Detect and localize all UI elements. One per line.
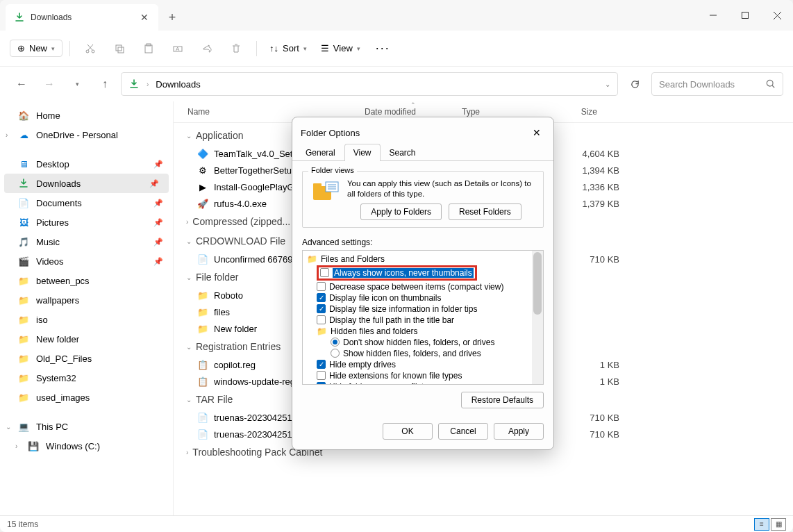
sidebar: 🏠 Home › ☁ OneDrive - Personal 🖥 Desktop… bbox=[0, 101, 174, 515]
sidebar-item-iso[interactable]: 📁 iso bbox=[0, 310, 173, 329]
sidebar-item-home[interactable]: 🏠 Home bbox=[0, 106, 173, 125]
tree-item-always-icons[interactable]: Always show icons, never thumbnails bbox=[304, 265, 542, 281]
svg-line-13 bbox=[772, 85, 775, 88]
scrollbar-thumb[interactable] bbox=[533, 252, 542, 315]
restore-defaults-button[interactable]: Restore Defaults bbox=[461, 392, 544, 408]
maximize-button[interactable] bbox=[729, 0, 761, 31]
tree-item-hidden-group[interactable]: 📁Hidden files and folders bbox=[304, 326, 542, 337]
checkbox-checked[interactable]: ✓ bbox=[317, 293, 326, 302]
col-size[interactable]: Size bbox=[542, 107, 597, 117]
radio-selected[interactable] bbox=[331, 338, 340, 347]
tree-item-display-size[interactable]: ✓Display file size information in folder… bbox=[304, 304, 542, 315]
search-input[interactable]: Search Downloads bbox=[651, 72, 783, 96]
delete-button[interactable] bbox=[223, 37, 249, 60]
scrollbar[interactable] bbox=[532, 251, 543, 384]
folder-icon: 📁 bbox=[197, 290, 208, 301]
tree-item-show-hidden[interactable]: Show hidden files, folders, and drives bbox=[304, 348, 542, 359]
up-button[interactable]: ↑ bbox=[93, 72, 117, 96]
tree-item-hide-empty[interactable]: ✓Hide empty drives bbox=[304, 359, 542, 370]
sidebar-item-between-pcs[interactable]: 📁 between_pcs bbox=[0, 271, 173, 290]
sidebar-item-old-pc[interactable]: 📁 Old_PC_Files bbox=[0, 349, 173, 368]
checkbox-checked[interactable]: ✓ bbox=[317, 360, 326, 369]
sidebar-label: OneDrive - Personal bbox=[36, 130, 118, 140]
radio[interactable] bbox=[331, 349, 340, 358]
apply-button[interactable]: Apply bbox=[494, 423, 544, 440]
tree-item-hide-ext[interactable]: Hide extensions for known file types bbox=[304, 370, 542, 381]
checkbox[interactable] bbox=[317, 315, 326, 324]
chevron-down-icon[interactable]: ⌄ bbox=[6, 423, 11, 431]
sidebar-item-wallpapers[interactable]: 📁 wallpapers bbox=[0, 290, 173, 310]
folder-options-dialog: Folder Options ✕ General View Search Fol… bbox=[292, 117, 554, 450]
file-size: 710 KB bbox=[564, 254, 619, 265]
sidebar-item-used-images[interactable]: 📁 used_images bbox=[0, 388, 173, 407]
sidebar-item-system32[interactable]: 📁 System32 bbox=[0, 368, 173, 388]
tab-view[interactable]: View bbox=[344, 144, 381, 161]
sort-button[interactable]: ↑↓ Sort ▾ bbox=[264, 40, 312, 56]
copy-button[interactable] bbox=[106, 37, 133, 60]
checkbox-checked[interactable]: ✓ bbox=[317, 304, 326, 313]
paste-button[interactable] bbox=[135, 37, 162, 60]
sidebar-item-videos[interactable]: 🎬 Videos 📌 bbox=[0, 251, 173, 271]
chevron-right-icon[interactable]: › bbox=[15, 442, 17, 450]
file-size: 1 KB bbox=[564, 376, 619, 387]
dialog-close-button[interactable]: ✕ bbox=[528, 124, 545, 141]
details-view-toggle[interactable]: ≡ bbox=[754, 518, 769, 531]
reset-folders-button[interactable]: Reset Folders bbox=[449, 203, 521, 220]
back-button[interactable]: ← bbox=[10, 72, 33, 96]
tree-item-display-path[interactable]: Display the full path in the title bar bbox=[304, 315, 542, 326]
checkbox-checked[interactable]: ✓ bbox=[317, 382, 326, 385]
col-type[interactable]: Type bbox=[462, 107, 542, 117]
sidebar-item-music[interactable]: 🎵 Music 📌 bbox=[0, 232, 173, 251]
svg-point-4 bbox=[86, 50, 89, 53]
svg-rect-15 bbox=[313, 183, 322, 188]
forward-button[interactable]: → bbox=[37, 72, 61, 96]
view-button[interactable]: ☰ View ▾ bbox=[315, 40, 366, 56]
sidebar-item-windows-c[interactable]: › 💾 Windows (C:) bbox=[0, 436, 173, 456]
address-bar[interactable]: › Downloads ⌄ bbox=[121, 72, 618, 96]
minimize-button[interactable] bbox=[697, 0, 729, 31]
sidebar-label: Pictures bbox=[36, 217, 69, 228]
sidebar-item-downloads[interactable]: Downloads 📌 bbox=[4, 174, 169, 193]
sidebar-item-pictures[interactable]: 🖼 Pictures 📌 bbox=[0, 213, 173, 232]
apply-to-folders-button[interactable]: Apply to Folders bbox=[360, 203, 442, 220]
cut-button[interactable] bbox=[77, 37, 103, 60]
new-tab-button[interactable]: + bbox=[158, 4, 186, 31]
refresh-button[interactable] bbox=[622, 72, 647, 96]
sidebar-item-onedrive[interactable]: › ☁ OneDrive - Personal bbox=[0, 125, 173, 144]
share-button[interactable] bbox=[194, 37, 220, 60]
new-button[interactable]: ⊕ New ▾ bbox=[10, 40, 62, 57]
checkbox[interactable] bbox=[317, 282, 326, 291]
rename-button[interactable]: A bbox=[165, 37, 191, 60]
col-name[interactable]: Name bbox=[187, 107, 365, 117]
recent-button[interactable]: ▾ bbox=[65, 72, 89, 96]
close-button[interactable] bbox=[761, 0, 793, 31]
exe-icon: ▶ bbox=[197, 181, 208, 192]
tree-item-dont-show-hidden[interactable]: Don't show hidden files, folders, or dri… bbox=[304, 337, 542, 348]
checkbox[interactable] bbox=[320, 268, 329, 277]
col-date[interactable]: ⌃Date modified bbox=[365, 107, 462, 117]
tab-search[interactable]: Search bbox=[381, 144, 425, 161]
ok-button[interactable]: OK bbox=[383, 423, 433, 440]
sidebar-item-documents[interactable]: 📄 Documents 📌 bbox=[0, 193, 173, 213]
tree-item-decrease-space[interactable]: Decrease space between items (compact vi… bbox=[304, 281, 542, 292]
tab-close-button[interactable]: ✕ bbox=[139, 12, 150, 23]
tree-item-hide-merge[interactable]: ✓Hide folder merge conflicts bbox=[304, 381, 542, 385]
cancel-button[interactable]: Cancel bbox=[438, 423, 488, 440]
navbar: ← → ▾ ↑ › Downloads ⌄ Search Downloads bbox=[0, 67, 793, 101]
sidebar-item-desktop[interactable]: 🖥 Desktop 📌 bbox=[0, 154, 173, 174]
tab-downloads[interactable]: Downloads ✕ bbox=[6, 4, 158, 31]
exe-icon: 🔷 bbox=[197, 148, 208, 159]
tree-root-files-folders[interactable]: 📁Files and Folders bbox=[304, 253, 542, 265]
sidebar-item-this-pc[interactable]: ⌄ 💻 This PC bbox=[0, 417, 173, 436]
more-button[interactable]: ··· bbox=[369, 41, 397, 56]
chevron-right-icon[interactable]: › bbox=[6, 131, 8, 139]
tab-general[interactable]: General bbox=[297, 144, 344, 161]
icons-view-toggle[interactable]: ▦ bbox=[771, 518, 786, 531]
tree-item-display-icon[interactable]: ✓Display file icon on thumbnails bbox=[304, 292, 542, 304]
breadcrumb-downloads[interactable]: Downloads bbox=[156, 79, 200, 90]
sidebar-item-new-folder[interactable]: 📁 New folder bbox=[0, 329, 173, 349]
chevron-down-icon[interactable]: ⌄ bbox=[605, 81, 610, 88]
folder-icon: 📁 bbox=[307, 254, 317, 264]
advanced-settings-tree[interactable]: 📁Files and Folders Always show icons, ne… bbox=[302, 250, 544, 385]
checkbox[interactable] bbox=[317, 371, 326, 380]
